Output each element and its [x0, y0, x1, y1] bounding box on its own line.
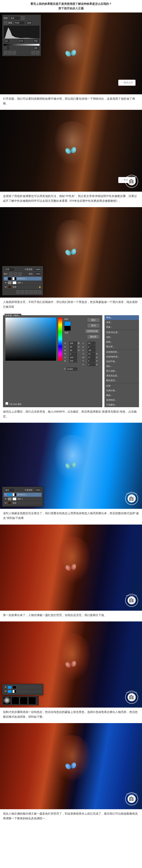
comment-badge[interactable]: 微信点评	[118, 80, 136, 86]
c-input[interactable]	[88, 352, 95, 355]
adjustment-icon[interactable]	[25, 290, 28, 294]
blend-mode-select[interactable]: 减去	[4, 488, 15, 492]
reference-thumb[interactable]	[28, 697, 36, 705]
a-input[interactable]	[88, 345, 95, 348]
y-input[interactable]	[88, 360, 95, 363]
menu-gradient[interactable]: 渐变...	[104, 320, 139, 325]
menu-brightness[interactable]: 亮度/对比度...	[104, 330, 139, 335]
cancel-button[interactable]: 取消	[87, 323, 100, 328]
layer-row-bg[interactable]: 👁 背景 🔒	[4, 285, 42, 289]
reset-icon[interactable]	[36, 51, 39, 55]
clip-icon[interactable]	[31, 51, 35, 55]
menu-balance[interactable]: 色彩平衡...	[104, 359, 139, 364]
add-swatch-button[interactable]: 添加到色板	[85, 329, 100, 334]
menu-exposure[interactable]: 曝光度...	[104, 344, 139, 349]
layer-row-levels[interactable]: 👁 色阶 1	[4, 281, 42, 285]
menu-hsl[interactable]: 色相/饱和度...	[104, 354, 139, 359]
menu-bw[interactable]: 黑白...	[104, 364, 139, 369]
visibility-icon[interactable]: 👁	[4, 502, 7, 504]
menu-curves[interactable]: 曲线...	[104, 340, 139, 344]
new-layer-icon[interactable]	[34, 290, 37, 294]
lock-all-icon[interactable]	[18, 272, 22, 276]
mask-thumbnail[interactable]	[3, 697, 11, 705]
visibility-icon[interactable]: 👁	[4, 498, 7, 500]
eyedropper-black-icon[interactable]	[4, 51, 7, 55]
menu-pattern[interactable]: 图案...	[104, 325, 139, 330]
menu-vibrance[interactable]: 自然饱和度...	[104, 350, 139, 354]
visibility-icon[interactable]: 👁	[4, 281, 7, 284]
layer-row[interactable]: 👁	[4, 685, 42, 689]
menu-posterize[interactable]: 色调分离...	[104, 388, 139, 393]
opacity-value[interactable]: 100%	[34, 268, 42, 271]
eyedropper-white-icon[interactable]	[13, 51, 16, 55]
image-step5: www.bai-ps.com 白	[0, 525, 142, 611]
color-lib-button[interactable]: 颜色库	[87, 334, 100, 339]
levels-input-high[interactable]: 219	[33, 39, 40, 43]
fx-icon[interactable]	[17, 290, 20, 294]
intro-line1: 看完上面的效果图后是不是突然很想了解这种效果是怎么实现的？	[2, 2, 140, 6]
opacity-value[interactable]: 100%	[34, 488, 42, 492]
layer-name: 色阶 1	[17, 281, 23, 284]
menu-mixer[interactable]: 通道混合器...	[104, 373, 139, 378]
menu-levels[interactable]: 色阶...	[104, 335, 139, 340]
lock-pixels-icon[interactable]	[9, 272, 13, 276]
l-input[interactable]	[88, 342, 95, 345]
g-input[interactable]	[69, 356, 77, 359]
color-picker-title: 拾色器（纯色）	[4, 314, 21, 317]
bri-input[interactable]	[69, 349, 77, 352]
levels-output-high[interactable]: 255	[33, 46, 40, 50]
menu-gradient-map[interactable]: 渐变映射...	[104, 398, 139, 402]
visibility-icon[interactable]: 👁	[4, 277, 7, 280]
butterfly-icon	[65, 660, 77, 670]
fill-value[interactable]: 100%	[34, 272, 42, 276]
menu-photo-filter[interactable]: 照片滤镜...	[104, 369, 139, 373]
eyedropper-gray-icon[interactable]	[8, 51, 11, 55]
hue-slider[interactable]	[58, 318, 62, 361]
visibility-icon[interactable]: 👁	[4, 686, 7, 689]
preset-menu-icon[interactable]	[21, 17, 25, 20]
layer-row-fill[interactable]: 👁 颜色填充 1	[4, 493, 42, 497]
layer-row-levels[interactable]: 👁 色阶 1	[4, 497, 42, 501]
menu-selective-color[interactable]: 可选颜色...	[104, 402, 139, 407]
blue-input[interactable]	[69, 360, 77, 363]
levels-output-gradient[interactable]	[4, 44, 40, 45]
group-icon[interactable]	[29, 290, 33, 294]
layer-row-bg[interactable]: 👁 背景	[4, 501, 42, 505]
levels-histogram[interactable]	[4, 26, 40, 38]
m-input[interactable]	[88, 356, 95, 359]
watermark: www.bai-ps.com 白	[125, 492, 138, 505]
h-input[interactable]	[69, 342, 77, 345]
reference-thumb[interactable]	[11, 697, 19, 705]
color-field[interactable]	[5, 318, 56, 361]
reference-thumb[interactable]	[20, 697, 28, 705]
lab-b-input[interactable]	[88, 349, 95, 352]
levels-input-mid[interactable]: 0.71	[18, 39, 25, 43]
lock-position-icon[interactable]	[14, 272, 17, 276]
s-input[interactable]	[69, 345, 77, 348]
menu-threshold[interactable]: 阈值...	[104, 393, 139, 398]
visibility-icon[interactable]: 👁	[4, 690, 7, 693]
picker-current-label: 当前	[64, 331, 71, 334]
levels-channel-select[interactable]: RGB	[14, 21, 25, 25]
levels-output-low[interactable]: 0	[4, 46, 10, 50]
ok-button[interactable]: 确定	[87, 318, 100, 322]
menu-invert[interactable]: 反相	[104, 383, 139, 388]
layer-thumb	[8, 281, 11, 284]
trash-icon[interactable]	[38, 290, 42, 294]
visibility-icon[interactable]: 👁	[4, 493, 7, 496]
intro-line2: 那下面开始步入正题	[2, 6, 140, 11]
layer-row[interactable]: 👁	[4, 689, 42, 693]
hex-input[interactable]	[67, 368, 77, 371]
levels-input-low[interactable]: 11	[4, 39, 10, 43]
k-input[interactable]	[88, 363, 95, 366]
levels-preset-select[interactable]: 自定	[9, 16, 20, 20]
blend-mode-select[interactable]: 正常	[4, 268, 15, 271]
layer-row-fill[interactable]: 👁 颜色填充 1	[4, 277, 42, 281]
web-only-checkbox[interactable]	[5, 402, 8, 405]
r-input[interactable]	[69, 352, 77, 355]
levels-auto-button[interactable]: 自动	[26, 21, 32, 25]
mask-icon[interactable]	[21, 290, 24, 294]
menu-lookup[interactable]: 颜色查找...	[104, 378, 139, 383]
visibility-icon[interactable]: 👁	[4, 286, 7, 288]
menu-solid-color[interactable]: 纯色...	[104, 315, 139, 320]
